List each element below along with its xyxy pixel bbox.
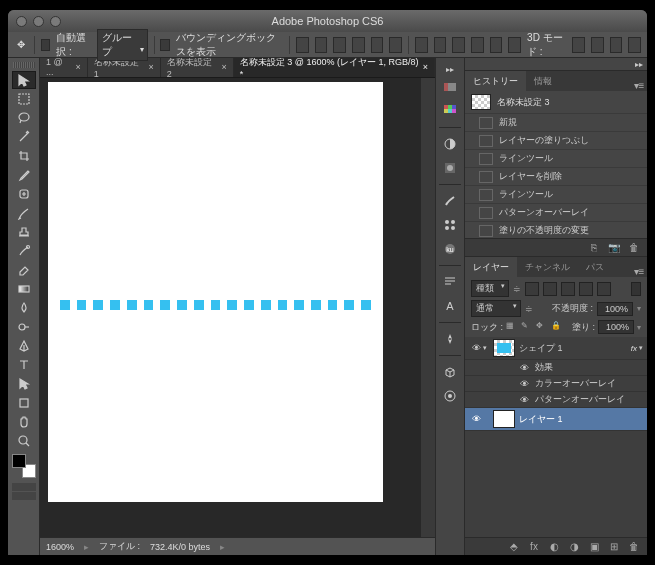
align-icon[interactable] xyxy=(371,37,384,53)
heal-tool[interactable] xyxy=(12,185,36,203)
brush-presets-panel-icon[interactable] xyxy=(439,214,461,236)
history-item[interactable]: ラインツール xyxy=(465,149,647,167)
doc-tab[interactable]: 名称未設定 2× xyxy=(161,58,234,77)
shape-tool[interactable] xyxy=(12,394,36,412)
wand-tool[interactable] xyxy=(12,128,36,146)
eyedropper-tool[interactable] xyxy=(12,166,36,184)
brush-panel-icon[interactable] xyxy=(439,190,461,212)
layer-effects-row[interactable]: 👁 効果 xyxy=(465,360,647,376)
hand-tool[interactable] xyxy=(12,413,36,431)
visibility-icon[interactable]: 👁 xyxy=(469,414,483,424)
lock-pos-icon[interactable]: ✥ xyxy=(536,321,548,333)
link-layers-icon[interactable]: ⬘ xyxy=(507,541,521,553)
3d-icon[interactable] xyxy=(591,37,604,53)
color-swatches[interactable] xyxy=(12,454,36,478)
history-snapshot[interactable]: 名称未設定 3 xyxy=(465,91,647,113)
zoom-tool[interactable] xyxy=(12,432,36,450)
align-icon[interactable] xyxy=(296,37,309,53)
kuler-panel-icon[interactable]: ku xyxy=(439,238,461,260)
close-icon[interactable]: × xyxy=(76,62,81,72)
delete-layer-icon[interactable]: 🗑 xyxy=(627,541,641,553)
adjustment-layer-icon[interactable]: ◑ xyxy=(567,541,581,553)
marquee-tool[interactable] xyxy=(12,90,36,108)
history-item[interactable]: ラインツール xyxy=(465,185,647,203)
3d-panel-icon[interactable] xyxy=(439,361,461,383)
distribute-icon[interactable] xyxy=(452,37,465,53)
screenmode-button[interactable] xyxy=(12,492,36,500)
panel-menu-icon[interactable]: ▾≡ xyxy=(631,266,647,277)
close-icon[interactable]: × xyxy=(222,62,227,72)
filter-adjust-icon[interactable] xyxy=(543,282,557,296)
layer-group-icon[interactable]: ▣ xyxy=(587,541,601,553)
expand-arrow-icon[interactable]: ▾ xyxy=(483,344,493,352)
info-tab[interactable]: 情報 xyxy=(526,71,560,91)
doc-tab-active[interactable]: 名称未設定 3 @ 1600% (レイヤー 1, RGB/8) *× xyxy=(234,58,435,77)
character-panel-icon[interactable]: A xyxy=(439,295,461,317)
blend-mode-dropdown[interactable]: 通常 xyxy=(471,300,521,317)
close-icon[interactable]: × xyxy=(423,62,428,72)
filter-type-icon[interactable] xyxy=(561,282,575,296)
stamp-tool[interactable] xyxy=(12,223,36,241)
visibility-icon[interactable]: 👁 xyxy=(517,363,531,373)
collapse-panels-button[interactable]: ▸▸ xyxy=(465,58,647,70)
close-window-button[interactable] xyxy=(16,16,27,27)
filter-smart-icon[interactable] xyxy=(597,282,611,296)
visibility-icon[interactable]: 👁 xyxy=(469,343,483,353)
zoom-level[interactable]: 1600% xyxy=(46,542,74,552)
paragraph-panel-icon[interactable] xyxy=(439,271,461,293)
blur-tool[interactable] xyxy=(12,299,36,317)
history-item[interactable]: 塗りの不透明度の変更 xyxy=(465,221,647,238)
channels-tab[interactable]: チャンネル xyxy=(517,257,578,277)
new-layer-icon[interactable]: ⊞ xyxy=(607,541,621,553)
layer-mask-icon[interactable]: ◐ xyxy=(547,541,561,553)
layer-fx-color-row[interactable]: 👁 カラーオーバーレイ xyxy=(465,376,647,392)
delete-state-icon[interactable]: 🗑 xyxy=(627,242,641,254)
styles-panel-icon[interactable] xyxy=(439,157,461,179)
3d-icon[interactable] xyxy=(628,37,641,53)
pen-tool[interactable] xyxy=(12,337,36,355)
vertical-scrollbar[interactable] xyxy=(421,78,435,537)
brush-tool[interactable] xyxy=(12,204,36,222)
doc-tab[interactable]: 名称未設定 1× xyxy=(88,58,161,77)
3d-icon[interactable] xyxy=(572,37,585,53)
toolbox-grip[interactable] xyxy=(13,62,35,68)
history-item[interactable]: 新規 xyxy=(465,113,647,131)
history-item[interactable]: レイヤーを削除 xyxy=(465,167,647,185)
filter-toggle[interactable] xyxy=(631,282,641,296)
lock-paint-icon[interactable]: ✎ xyxy=(521,321,533,333)
align-icon[interactable] xyxy=(389,37,402,53)
panel-menu-icon[interactable]: ▾≡ xyxy=(631,80,647,91)
visibility-icon[interactable]: 👁 xyxy=(517,379,531,389)
history-item[interactable]: パターンオーバーレイ xyxy=(465,203,647,221)
gradient-tool[interactable] xyxy=(12,280,36,298)
3d-icon[interactable] xyxy=(610,37,623,53)
move-tool[interactable] xyxy=(12,71,36,89)
layer-row-layer1[interactable]: 👁 レイヤー 1 xyxy=(465,408,647,431)
lock-all-icon[interactable]: 🔒 xyxy=(551,321,563,333)
eraser-tool[interactable] xyxy=(12,261,36,279)
distribute-icon[interactable] xyxy=(490,37,503,53)
canvas[interactable] xyxy=(48,82,383,502)
fill-input[interactable]: 100% xyxy=(598,320,634,334)
color-panel-icon[interactable] xyxy=(439,76,461,98)
layer-row-shape[interactable]: 👁 ▾ シェイプ 1 fx ▾ xyxy=(465,337,647,360)
align-icon[interactable] xyxy=(333,37,346,53)
path-select-tool[interactable] xyxy=(12,375,36,393)
canvas-viewport[interactable] xyxy=(40,78,435,537)
distribute-icon[interactable] xyxy=(415,37,428,53)
lock-trans-icon[interactable]: ▦ xyxy=(506,321,518,333)
fg-color-swatch[interactable] xyxy=(12,454,26,468)
distribute-icon[interactable] xyxy=(471,37,484,53)
properties-panel-icon[interactable] xyxy=(439,385,461,407)
paths-tab[interactable]: パス xyxy=(578,257,612,277)
layers-tab[interactable]: レイヤー xyxy=(465,257,517,277)
close-icon[interactable]: × xyxy=(149,62,154,72)
align-icon[interactable] xyxy=(315,37,328,53)
distribute-icon[interactable] xyxy=(434,37,447,53)
crop-tool[interactable] xyxy=(12,147,36,165)
layer-filter-kind[interactable]: 種類 xyxy=(471,280,509,297)
history-item[interactable]: レイヤーの塗りつぶし xyxy=(465,131,647,149)
expand-dock-button[interactable]: ▸▸ xyxy=(441,64,459,74)
create-doc-from-state-icon[interactable]: ⎘ xyxy=(587,242,601,254)
zoom-window-button[interactable] xyxy=(50,16,61,27)
